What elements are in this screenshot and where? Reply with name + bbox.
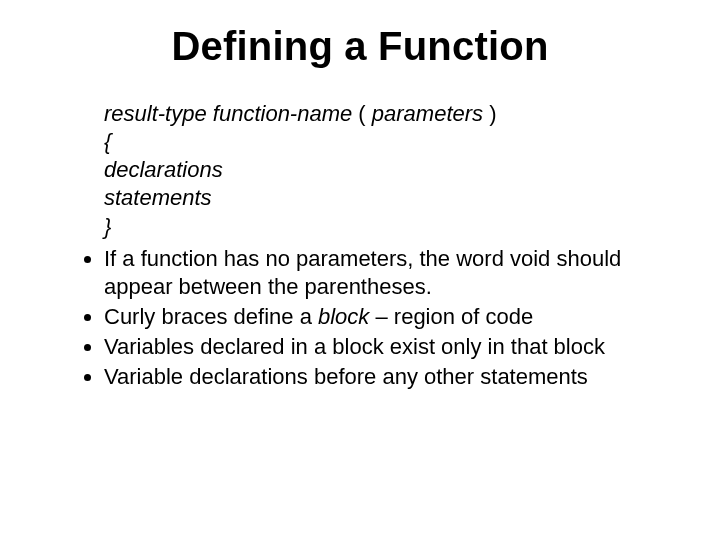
syntax-paren-open: ( [358,101,365,126]
bullet-text: Curly braces define a [104,304,318,329]
slide-body: result-type function-name ( parameters )… [70,100,660,394]
slide-title: Defining a Function [0,24,720,69]
syntax-block: result-type function-name ( parameters )… [104,100,660,241]
bullet-item: If a function has no parameters, the wor… [104,245,660,301]
syntax-line-5: } [104,213,660,241]
bullet-text: – region of code [369,304,533,329]
syntax-paren-close: ) [489,101,496,126]
bullet-list: If a function has no parameters, the wor… [70,245,660,392]
slide: Defining a Function result-type function… [0,0,720,540]
bullet-item: Variable declarations before any other s… [104,363,660,391]
syntax-line-2: { [104,128,660,156]
bullet-item: Variables declared in a block exist only… [104,333,660,361]
syntax-line-3: declarations [104,156,660,184]
bullet-item: Curly braces define a block – region of … [104,303,660,331]
syntax-text: result-type function-name [104,101,358,126]
bullet-emphasis: block [318,304,369,329]
syntax-text: parameters [366,101,490,126]
syntax-line-4: statements [104,184,660,212]
syntax-line-1: result-type function-name ( parameters ) [104,100,660,128]
